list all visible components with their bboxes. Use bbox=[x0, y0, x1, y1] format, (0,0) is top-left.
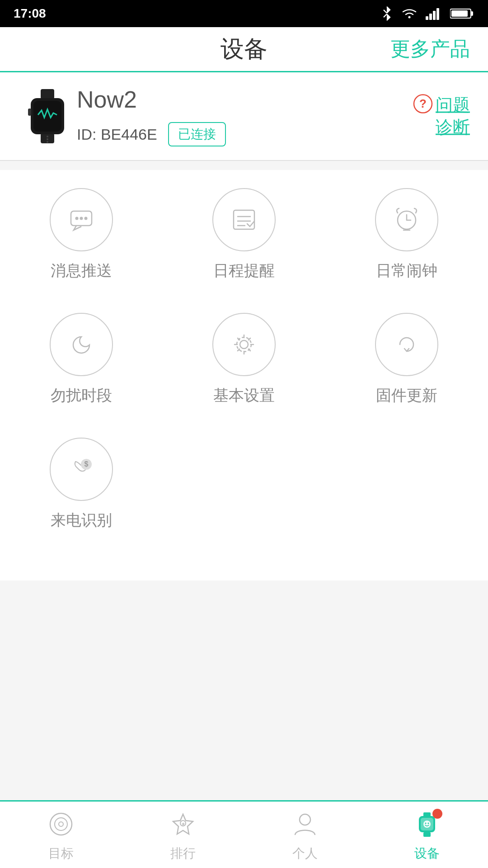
svg-point-2 bbox=[408, 16, 411, 19]
device-name: Now2 bbox=[77, 86, 470, 113]
svg-point-23 bbox=[84, 217, 88, 220]
svg-rect-10 bbox=[41, 89, 54, 99]
svg-point-36 bbox=[50, 813, 72, 835]
menu-label-message-push: 消息推送 bbox=[51, 260, 112, 281]
nav-label-goal: 目标 bbox=[48, 845, 74, 862]
svg-rect-6 bbox=[436, 8, 439, 20]
diagnosis-label-line2: 诊断 bbox=[436, 116, 470, 138]
menu-item-firmware-update[interactable]: 固件更新 bbox=[343, 313, 470, 406]
menu-label-dnd-period: 勿扰时段 bbox=[51, 385, 112, 406]
menu-row-2: 勿扰时段 基本设置 固件更新 bbox=[0, 313, 488, 406]
nav-label-profile: 个人 bbox=[292, 845, 318, 862]
svg-rect-14 bbox=[28, 108, 31, 116]
daily-alarm-icon bbox=[375, 188, 438, 251]
menu-label-basic-settings: 基本设置 bbox=[213, 385, 275, 406]
svg-point-47 bbox=[423, 821, 431, 828]
svg-rect-13 bbox=[33, 101, 61, 132]
svg-line-1 bbox=[384, 14, 387, 17]
message-push-icon bbox=[50, 188, 113, 251]
svg-text:★: ★ bbox=[181, 821, 185, 826]
menu-label-firmware-update: 固件更新 bbox=[376, 385, 437, 406]
signal-icon bbox=[426, 7, 442, 20]
menu-item-basic-settings[interactable]: 基本设置 bbox=[181, 313, 307, 406]
caller-id-icon: $ bbox=[50, 438, 113, 501]
svg-rect-3 bbox=[426, 16, 428, 20]
menu-item-caller-id[interactable]: $ 来电识别 bbox=[18, 438, 145, 531]
svg-point-22 bbox=[80, 217, 83, 220]
svg-rect-24 bbox=[234, 210, 254, 229]
diagnosis-button[interactable]: ? 问题 诊断 bbox=[436, 94, 470, 139]
menu-label-caller-id: 来电识别 bbox=[51, 510, 112, 531]
nav-label-ranking: 排行 bbox=[170, 845, 196, 862]
svg-line-0 bbox=[384, 10, 387, 13]
nav-item-goal[interactable]: 目标 bbox=[45, 808, 77, 862]
status-bar: 17:08 bbox=[0, 0, 488, 27]
svg-rect-46 bbox=[423, 832, 431, 837]
menu-grid: 消息推送 日程提醒 bbox=[0, 170, 488, 580]
svg-point-32 bbox=[240, 340, 248, 349]
page-title: 设备 bbox=[221, 33, 267, 65]
question-circle-icon: ? bbox=[413, 94, 433, 114]
menu-label-schedule-reminder: 日程提醒 bbox=[213, 260, 275, 281]
svg-rect-9 bbox=[451, 10, 468, 17]
svg-point-15 bbox=[47, 136, 48, 137]
firmware-update-icon bbox=[375, 313, 438, 376]
device-nav-icon bbox=[411, 808, 443, 840]
nav-item-ranking[interactable]: ★ 排行 bbox=[167, 808, 199, 862]
goal-nav-icon bbox=[45, 808, 77, 840]
basic-settings-icon bbox=[212, 313, 276, 376]
nav-label-device: 设备 bbox=[414, 845, 440, 862]
svg-point-38 bbox=[59, 822, 63, 826]
device-info: Now2 ID: BE446E 已连接 bbox=[77, 86, 470, 146]
more-products-button[interactable]: 更多产品 bbox=[390, 36, 470, 62]
device-badge-dot bbox=[432, 809, 442, 819]
nav-item-device[interactable]: 设备 bbox=[411, 808, 443, 862]
bluetooth-icon bbox=[380, 5, 393, 22]
svg-text:?: ? bbox=[419, 97, 427, 110]
menu-item-message-push[interactable]: 消息推送 bbox=[18, 188, 145, 281]
svg-point-49 bbox=[428, 822, 429, 824]
bottom-nav: 目标 ★ 排行 个人 bbox=[0, 800, 488, 868]
device-card: Now2 ID: BE446E 已连接 ? 问题 诊断 bbox=[0, 72, 488, 161]
device-id: ID: BE446E bbox=[77, 126, 157, 143]
header: 设备 更多产品 bbox=[0, 27, 488, 72]
svg-point-42 bbox=[300, 814, 310, 825]
device-image bbox=[18, 87, 77, 146]
time-display: 17:08 bbox=[14, 6, 46, 21]
device-id-row: ID: BE446E 已连接 bbox=[77, 122, 470, 146]
menu-item-schedule-reminder[interactable]: 日程提醒 bbox=[181, 188, 307, 281]
svg-point-48 bbox=[425, 822, 427, 824]
menu-row-1: 消息推送 日程提醒 bbox=[0, 188, 488, 281]
battery-icon bbox=[450, 7, 474, 20]
ranking-nav-icon: ★ bbox=[167, 808, 199, 840]
menu-item-daily-alarm[interactable]: 日常闹钟 bbox=[343, 188, 470, 281]
svg-point-21 bbox=[75, 217, 79, 220]
connection-status-badge: 已连接 bbox=[168, 122, 226, 146]
svg-text:$: $ bbox=[84, 460, 89, 468]
svg-rect-5 bbox=[433, 11, 436, 20]
diagnosis-label-line1: 问题 bbox=[436, 94, 470, 116]
diagnosis-text: ? 问题 诊断 bbox=[436, 94, 470, 139]
svg-point-37 bbox=[55, 818, 67, 830]
schedule-reminder-icon bbox=[212, 188, 276, 251]
svg-point-17 bbox=[47, 141, 48, 143]
svg-rect-8 bbox=[471, 11, 473, 16]
profile-nav-icon bbox=[289, 808, 321, 840]
svg-rect-4 bbox=[429, 14, 432, 20]
status-icons bbox=[380, 5, 474, 22]
wifi-icon bbox=[401, 7, 418, 20]
menu-row-3: $ 来电识别 bbox=[0, 438, 488, 531]
nav-item-profile[interactable]: 个人 bbox=[289, 808, 321, 862]
dnd-period-icon bbox=[50, 313, 113, 376]
svg-point-16 bbox=[47, 138, 48, 140]
menu-item-dnd-period[interactable]: 勿扰时段 bbox=[18, 313, 145, 406]
menu-label-daily-alarm: 日常闹钟 bbox=[376, 260, 437, 281]
